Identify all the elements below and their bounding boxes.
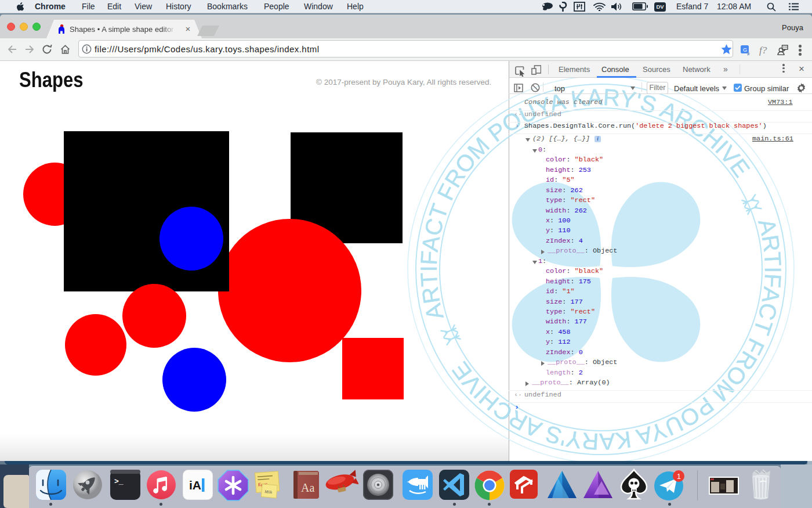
svg-text:>_: >_ [114, 477, 124, 486]
svg-text:iA: iA [189, 478, 201, 492]
svg-text:Milk: Milk [264, 489, 273, 495]
svg-text:Aa: Aa [301, 481, 314, 494]
svg-text:G: G [743, 47, 747, 53]
svg-text:x: x [747, 51, 750, 56]
svg-text:1: 1 [677, 473, 681, 481]
